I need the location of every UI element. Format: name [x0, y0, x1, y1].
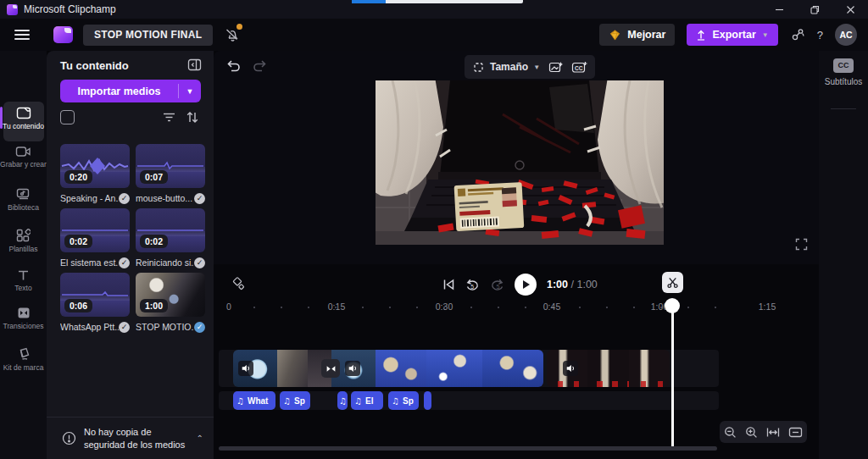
restore-icon[interactable] [797, 0, 832, 19]
time-display: 1:00 / 1:00 [547, 279, 598, 290]
svg-text:5: 5 [496, 284, 499, 290]
clipchamp-logo-icon[interactable] [53, 26, 73, 43]
audio-thumbnail: 0:02 [136, 208, 205, 252]
media-item[interactable]: 0:06 WhatsApp Ptt... ✓ [60, 273, 130, 334]
play-icon[interactable] [515, 274, 537, 296]
project-name-button[interactable]: STOP MOTION FINAL [83, 25, 213, 46]
chevron-up-icon[interactable]: ⌃ [197, 434, 203, 443]
loading-progress-fill [352, 0, 386, 3]
notifications-muted-icon[interactable] [224, 26, 241, 43]
right-sidebar: CC Subtítulos [819, 51, 868, 459]
audio-clip[interactable]: ♫ Sp [280, 391, 310, 410]
zoom-fit-icon[interactable] [766, 427, 780, 438]
sidebar-item-brand-kit[interactable]: Kit de marca [0, 347, 47, 372]
duration-badge: 0:02 [64, 235, 92, 248]
added-check-icon[interactable]: ✓ [194, 193, 205, 204]
backup-notice[interactable]: No hay copia de seguridad de los medios … [47, 417, 214, 459]
playhead-line [671, 307, 674, 451]
clipchamp-app-icon [7, 4, 18, 15]
preview-toolbar: Tamaño ▼ CC [465, 55, 595, 79]
loading-progress-bar [352, 0, 523, 3]
sidebar-item-subtitles[interactable]: CC Subtítulos [819, 56, 868, 86]
added-check-icon[interactable]: ✓ [194, 257, 205, 268]
forward-5s-icon[interactable]: 5 [490, 278, 504, 291]
chevron-down-icon: ▼ [533, 64, 540, 71]
media-item[interactable]: 0:20 Speaking - An... ✓ [60, 144, 130, 205]
audio-clip[interactable]: ♫ Sp [388, 391, 419, 410]
app-header: STOP MOTION FINAL Mejorar Exportar ▼ [0, 19, 868, 51]
clip-audio-icon[interactable] [563, 361, 578, 376]
sort-icon[interactable] [186, 111, 199, 124]
video-clip[interactable] [233, 350, 543, 387]
clip-audio-icon[interactable] [345, 361, 360, 376]
crop-icon [472, 61, 485, 74]
music-note-icon: ♫ [392, 396, 399, 406]
close-icon[interactable] [832, 0, 868, 19]
audio-clip[interactable]: ♫ What [233, 391, 275, 410]
timeline-ruler[interactable]: 0 0:15 0:30 0:45 1:00 1:15 [214, 301, 819, 316]
audio-clip[interactable]: ♫ [337, 391, 348, 410]
collapse-panel-icon[interactable] [187, 58, 202, 71]
import-media-button[interactable]: Importar medios ▼ [60, 80, 201, 102]
upload-icon [696, 30, 706, 41]
window-titlebar: Microsoft Clipchamp [0, 0, 868, 19]
svg-text:CC: CC [575, 64, 583, 70]
improve-button[interactable]: Mejorar [599, 24, 675, 46]
music-note-icon: ♫ [339, 396, 347, 406]
sidebar-item-templates[interactable]: Plantillas [0, 229, 47, 253]
timeline-zoom-toolbar [720, 421, 807, 443]
added-check-icon[interactable]: ✓ [119, 193, 130, 204]
music-note-icon: ♫ [283, 396, 291, 406]
duration-badge: 0:20 [64, 170, 92, 184]
accounts-icon[interactable] [790, 27, 805, 42]
select-all-checkbox[interactable] [60, 110, 75, 124]
added-check-icon[interactable]: ✓ [119, 257, 130, 268]
chevron-down-icon: ▼ [762, 31, 769, 39]
music-note-icon: ♫ [354, 396, 362, 406]
zoom-out-icon[interactable] [724, 426, 737, 439]
menu-icon[interactable] [14, 30, 30, 40]
sidebar-item-record-create[interactable]: Grabar y crear [0, 146, 47, 169]
redo-icon[interactable] [253, 59, 268, 73]
media-item[interactable]: 1:00 STOP MOTIO... ✓ [136, 273, 205, 334]
media-item[interactable]: 0:02 Reiniciando si... ✓ [136, 208, 205, 269]
media-item[interactable]: 0:07 mouse-butto... ✓ [136, 144, 205, 205]
filter-icon[interactable] [163, 112, 175, 123]
sparkle-icon[interactable] [231, 277, 246, 292]
audio-thumbnail: 0:20 [60, 144, 130, 188]
duration-badge: 0:07 [140, 170, 168, 184]
playhead[interactable] [670, 298, 675, 451]
rewind-5s-icon[interactable]: 5 [465, 278, 480, 291]
fullscreen-icon[interactable] [795, 238, 808, 251]
captions-add-icon[interactable]: CC [571, 61, 587, 74]
sidebar-item-library[interactable]: Biblioteca [0, 188, 47, 212]
export-button[interactable]: Exportar ▼ [687, 24, 777, 46]
text-icon [17, 269, 30, 281]
audio-clip[interactable]: ♫ El [351, 391, 383, 410]
sidebar-item-your-content[interactable]: Tu contenido [0, 107, 47, 130]
filters-effects-icon[interactable] [548, 61, 563, 74]
size-button[interactable]: Tamaño ▼ [472, 61, 540, 74]
undo-icon[interactable] [225, 59, 241, 73]
clip-audio-icon[interactable] [238, 361, 253, 376]
media-item[interactable]: 0:02 El sistema est... ✓ [60, 208, 130, 269]
zoom-in-icon[interactable] [745, 426, 758, 439]
chevron-down-icon[interactable]: ▼ [179, 87, 201, 96]
audio-clip[interactable] [424, 391, 431, 410]
sidebar-item-text[interactable]: Texto [0, 269, 47, 292]
minimize-icon[interactable] [761, 0, 797, 19]
transition-icon[interactable] [321, 359, 340, 378]
window-title: Microsoft Clipchamp [24, 3, 116, 15]
sidebar-item-transitions[interactable]: Transiciones [0, 307, 47, 330]
help-icon[interactable]: ? [817, 29, 823, 41]
avatar[interactable]: AC [835, 24, 857, 46]
split-scissors-icon[interactable] [662, 272, 683, 293]
added-check-icon[interactable]: ✓ [119, 322, 130, 333]
sidebar-divider [831, 108, 856, 109]
timeline-scrollbar[interactable] [219, 446, 717, 451]
skip-to-start-icon[interactable] [442, 279, 455, 290]
your-content-panel: Tu contenido Importar medios ▼ [47, 51, 214, 459]
track-view-icon[interactable] [788, 427, 803, 438]
added-check-icon[interactable]: ✓ [194, 322, 205, 333]
duration-badge: 0:06 [64, 299, 92, 312]
